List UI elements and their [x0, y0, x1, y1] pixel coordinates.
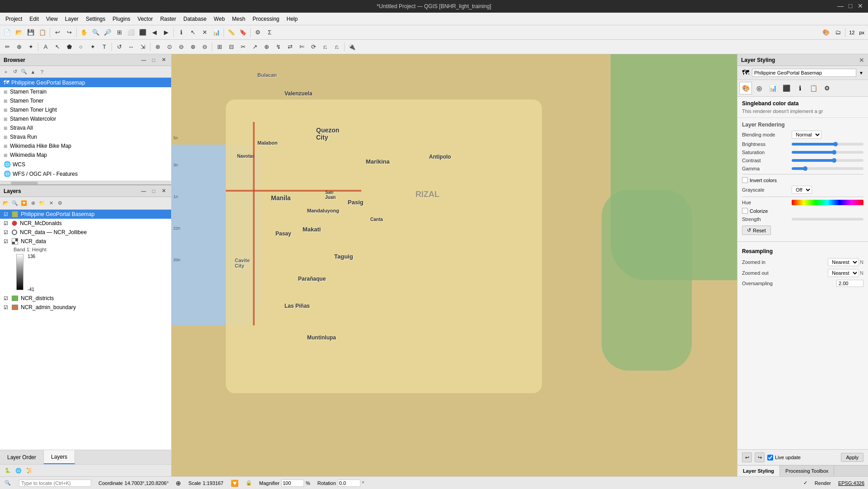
offset-btn[interactable]: ⊕: [261, 42, 272, 52]
gamma-slider[interactable]: [792, 167, 863, 170]
layer-check-jollibee[interactable]: ☑: [4, 230, 10, 235]
invert-checkbox[interactable]: [742, 177, 748, 183]
zoom-out-btn[interactable]: 🔎: [102, 27, 113, 38]
menu-database[interactable]: Database: [180, 15, 210, 23]
menu-project[interactable]: Project: [2, 15, 26, 23]
new-project-btn[interactable]: 📄: [2, 27, 13, 38]
browser-filter-icon[interactable]: 🔍: [20, 68, 28, 76]
browser-item-strava-all[interactable]: ⊞ Strava All: [0, 123, 171, 132]
apply-btn[interactable]: Apply: [841, 453, 863, 462]
reverse-btn[interactable]: ⇄: [285, 42, 295, 52]
magnifier-input[interactable]: [281, 480, 304, 487]
contrast-slider[interactable]: [792, 159, 863, 162]
delete-ring-btn[interactable]: ⊖: [176, 42, 187, 52]
tab-layers[interactable]: Layers: [44, 450, 75, 464]
log-icon[interactable]: 📜: [25, 466, 33, 475]
saturation-thumb[interactable]: [832, 150, 836, 155]
layers-remove-icon[interactable]: ✕: [47, 199, 55, 207]
merge-btn[interactable]: ⊞: [214, 42, 225, 52]
hue-slider[interactable]: [792, 200, 863, 205]
browser-item-wikimedia-map[interactable]: ⊞ Wikimedia Map: [0, 150, 171, 160]
delete-part-btn[interactable]: ⊖: [199, 42, 210, 52]
stat-btn[interactable]: Σ: [264, 27, 275, 38]
menu-raster[interactable]: Raster: [157, 15, 180, 23]
layer-check-districts[interactable]: ☑: [4, 296, 10, 301]
styling-tab-paint-icon[interactable]: 🎨: [739, 82, 752, 94]
browser-item-strava-run[interactable]: ⊞ Strava Run: [0, 132, 171, 141]
layer-ncr-jollibee[interactable]: ☑ NCR_data — NCR_Jollibee: [0, 228, 171, 237]
undo-btn[interactable]: ↩: [52, 27, 63, 38]
menu-vector[interactable]: Vector: [134, 15, 157, 23]
layer-check-basemap[interactable]: ☑: [4, 212, 10, 217]
tab-layer-order[interactable]: Layer Order: [0, 450, 44, 464]
cursor-btn[interactable]: ↖: [52, 42, 63, 52]
menu-settings[interactable]: Settings: [82, 15, 109, 23]
browser-expand-icon[interactable]: □: [149, 56, 158, 64]
open-project-btn[interactable]: 📂: [14, 27, 24, 38]
layer-styling-close-btn[interactable]: ✕: [859, 56, 864, 64]
layer-dropdown-arrow[interactable]: ▼: [859, 71, 863, 75]
identify-btn[interactable]: ℹ: [176, 27, 187, 38]
brightness-slider[interactable]: [792, 143, 863, 146]
menu-processing[interactable]: Processing: [249, 15, 283, 23]
grayscale-select[interactable]: Off: [792, 186, 812, 194]
layers-close-icon[interactable]: ✕: [159, 187, 168, 195]
colorize-checkbox[interactable]: [742, 208, 748, 214]
settings-btn[interactable]: ⚙: [252, 27, 263, 38]
redo2-btn[interactable]: ⎌: [331, 42, 342, 52]
browser-scrollbar[interactable]: [0, 181, 171, 184]
menu-web[interactable]: Web: [210, 15, 228, 23]
styling-tab-pyramid-icon[interactable]: ⬛: [780, 82, 793, 94]
redo-style-btn[interactable]: ↪: [755, 452, 765, 462]
zoom-previous-btn[interactable]: ◀: [149, 27, 160, 38]
close-btn[interactable]: ✕: [856, 2, 864, 10]
layers-open-icon[interactable]: 📂: [2, 199, 10, 207]
circle-btn[interactable]: ○: [75, 42, 86, 52]
layer-properties-btn[interactable]: 🗂: [832, 27, 843, 38]
redraw-btn[interactable]: ⟳: [308, 42, 319, 52]
simplify-btn[interactable]: ↗: [249, 42, 260, 52]
layers-properties-icon[interactable]: ⚙: [56, 199, 64, 207]
browser-scrollbar-thumb[interactable]: [11, 182, 38, 184]
browser-close-icon[interactable]: ✕: [159, 56, 168, 64]
browser-item-wfs[interactable]: 🌐 WFS / OGC API - Features: [0, 169, 171, 179]
flip-btn[interactable]: ↔: [126, 42, 136, 52]
add-part-btn[interactable]: ⊕: [187, 42, 198, 52]
browser-item-stamen-toner-light[interactable]: ⊞ Stamen Toner Light: [0, 105, 171, 114]
measure-btn[interactable]: 📏: [226, 27, 237, 38]
browser-item-wcs[interactable]: 🌐 WCS: [0, 160, 171, 169]
layer-ncr-mcdonalds[interactable]: ☑ NCR_McDonalds: [0, 219, 171, 228]
zoom-next-btn[interactable]: ▶: [161, 27, 172, 38]
digitize-btn[interactable]: ✏: [2, 42, 13, 52]
locate-input[interactable]: [19, 480, 91, 487]
map-area[interactable]: QuezonCity Manila Makati Pasig Marikina …: [172, 54, 737, 476]
zoom-selection-btn[interactable]: ⬛: [137, 27, 148, 38]
browser-item-wikimedia-hike[interactable]: ⊞ Wikimedia Hike Bike Map: [0, 141, 171, 150]
browser-item-philippine-basemap[interactable]: 🗺 Philippine GeoPortal Basemap: [0, 78, 171, 87]
zoomed-out-select[interactable]: Nearest: [828, 269, 859, 277]
reset-btn[interactable]: ↺ Reset: [742, 226, 771, 235]
open-table-btn[interactable]: 📊: [211, 27, 222, 38]
blending-mode-select[interactable]: Normal: [792, 131, 821, 139]
menu-view[interactable]: View: [42, 15, 61, 23]
polygon-btn[interactable]: ⬟: [64, 42, 75, 52]
contrast-thumb[interactable]: [832, 158, 836, 163]
menu-mesh[interactable]: Mesh: [229, 15, 249, 23]
layers-expand-icon[interactable]: □: [149, 187, 158, 195]
live-update-checkbox[interactable]: [767, 455, 773, 461]
layer-ncr-data[interactable]: ☑ NCR_data: [0, 237, 171, 246]
layers-crs-icon[interactable]: ⊕: [29, 199, 37, 207]
trim-btn[interactable]: ✄: [296, 42, 307, 52]
browser-add-icon[interactable]: +: [2, 68, 10, 76]
menu-edit[interactable]: Edit: [26, 15, 42, 23]
style-manager-btn[interactable]: 🎨: [821, 27, 831, 38]
bend-btn[interactable]: ↯: [273, 42, 284, 52]
label-btn[interactable]: A: [40, 42, 51, 52]
styling-tab-settings-icon[interactable]: ⚙: [821, 82, 833, 94]
layers-filter-icon[interactable]: 🔽: [20, 199, 28, 207]
zoom-full-btn[interactable]: ⊞: [114, 27, 125, 38]
saturation-slider[interactable]: [792, 151, 863, 154]
styling-tab-transparency-icon[interactable]: ◎: [753, 82, 765, 94]
rotation-input[interactable]: [338, 480, 360, 487]
minimize-btn[interactable]: —: [836, 2, 845, 10]
